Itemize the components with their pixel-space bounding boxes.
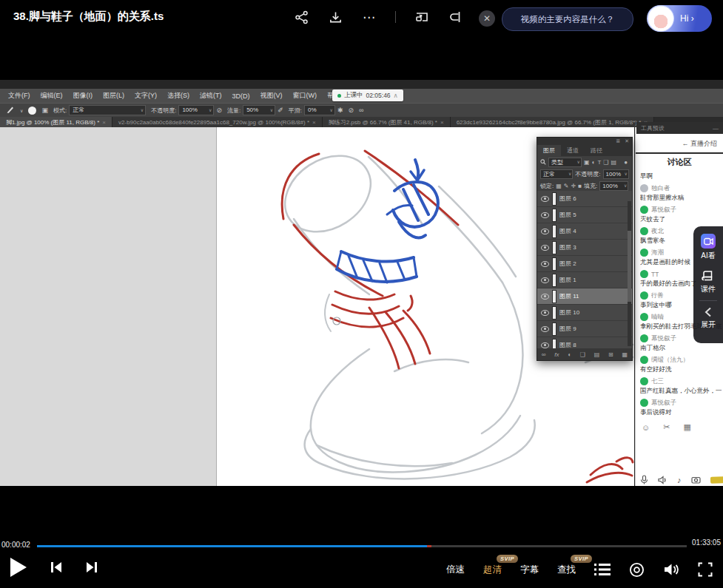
camera-icon[interactable] xyxy=(691,476,701,484)
ps-menu-item[interactable]: 3D(D) xyxy=(227,92,255,100)
tab-discussion[interactable]: 讨论区 xyxy=(636,157,723,168)
layer-visibility-icon[interactable] xyxy=(541,326,549,332)
layer-row[interactable]: 图层 4 xyxy=(537,223,632,240)
ps-menu-item[interactable]: 编辑(E) xyxy=(36,91,68,101)
filter-type-icon[interactable]: T xyxy=(597,159,601,166)
flow-select[interactable]: 50% xyxy=(243,105,275,115)
doc-tab-close-icon[interactable]: × xyxy=(312,119,316,126)
screen-record-icon[interactable] xyxy=(629,562,645,578)
layer-visibility-icon[interactable] xyxy=(541,294,549,300)
pressure-opacity-icon[interactable]: ⊘ xyxy=(216,107,222,114)
layer-row[interactable]: 图层 9 xyxy=(537,321,632,337)
tool-preset-caret-icon[interactable]: ∨ xyxy=(20,108,23,113)
layer-visibility-icon[interactable] xyxy=(541,212,549,218)
mirror-cast-icon[interactable] xyxy=(448,9,464,25)
ps-document-tab[interactable]: v2-b90c2aa0ab0c68de840fe22895aa1c68_720w… xyxy=(112,117,323,127)
filter-shape-icon[interactable]: ❑ xyxy=(603,159,608,166)
layer-row[interactable]: 图层 1 xyxy=(537,272,632,288)
ai-watch-icon[interactable] xyxy=(701,234,716,249)
symmetry-icon[interactable]: ∞ xyxy=(359,107,363,114)
doc-tab-close-icon[interactable]: × xyxy=(102,119,106,126)
mic-icon[interactable] xyxy=(640,475,648,484)
playlist-icon[interactable] xyxy=(594,563,611,576)
delete-layer-icon[interactable]: ▦ xyxy=(622,351,628,358)
speed-button[interactable]: 倍速 xyxy=(446,564,465,576)
lock-move-icon[interactable]: ✛ xyxy=(571,183,576,189)
ps-menu-item[interactable]: 窗口(W) xyxy=(288,91,323,101)
ai-question-pill[interactable]: 视频的主要内容是什么？ xyxy=(502,7,633,31)
expand-chevron-icon[interactable] xyxy=(704,307,712,317)
lock-paint-icon[interactable]: ✎ xyxy=(564,183,569,189)
picture-in-picture-icon[interactable] xyxy=(414,9,430,25)
brush-preview-icon[interactable] xyxy=(28,107,36,115)
layer-visibility-icon[interactable] xyxy=(541,261,549,267)
airbrush-icon[interactable]: ✐ xyxy=(278,107,283,114)
live-intro-link[interactable]: ← 直播介绍 xyxy=(682,139,717,149)
next-button[interactable] xyxy=(84,560,99,575)
blend-mode-select[interactable]: 正常 xyxy=(540,169,573,179)
lock-all-icon[interactable]: ■ xyxy=(578,183,582,189)
ps-menu-item[interactable]: 图像(I) xyxy=(68,91,98,101)
layers-panel-tab[interactable]: 通道 xyxy=(561,145,585,156)
layer-style-icon[interactable]: fx xyxy=(554,351,559,358)
progress-bar[interactable] xyxy=(37,545,687,547)
toggle-panel-icon[interactable]: ▣ xyxy=(41,107,48,114)
ps-menu-item[interactable]: 滤镜(T) xyxy=(195,91,227,101)
assistant-pill[interactable]: Hi › xyxy=(647,5,712,32)
link-layers-icon[interactable]: ∞ xyxy=(542,351,546,358)
layer-visibility-icon[interactable] xyxy=(541,196,549,202)
minimize-icon[interactable]: — xyxy=(713,125,719,132)
layer-row[interactable]: 图层 10 xyxy=(537,305,632,321)
mode-select[interactable]: 正常 xyxy=(69,105,146,115)
layer-row[interactable]: 图层 2 xyxy=(537,256,632,272)
class-status-badge[interactable]: 上课中 02:05:46 ∧ xyxy=(332,89,403,101)
subtitles-button[interactable]: 字幕 xyxy=(520,564,539,576)
smoothing-options-icon[interactable]: ✱ xyxy=(337,107,343,114)
speaker-icon[interactable] xyxy=(658,476,667,484)
layer-visibility-icon[interactable] xyxy=(541,229,549,234)
brush-tool-icon[interactable] xyxy=(6,105,15,115)
lock-transparent-icon[interactable]: ▦ xyxy=(556,183,562,189)
more-icon[interactable]: ⋯ xyxy=(361,9,377,25)
layer-visibility-icon[interactable] xyxy=(541,245,549,251)
fullscreen-icon[interactable] xyxy=(698,562,713,577)
layers-scrollbar[interactable] xyxy=(628,201,631,346)
ps-menu-item[interactable]: 图层(L) xyxy=(98,91,130,101)
layer-mask-icon[interactable]: ◐ xyxy=(568,351,571,358)
ps-menu-item[interactable]: 选择(S) xyxy=(162,91,195,101)
download-icon[interactable] xyxy=(327,9,343,25)
layer-visibility-icon[interactable] xyxy=(541,310,549,316)
filter-pixel-icon[interactable]: ▣ xyxy=(584,159,590,166)
chat-toolbar-icon[interactable]: ✂ xyxy=(663,422,670,432)
layer-row[interactable]: 图层 11 xyxy=(537,288,632,305)
layer-row[interactable]: 图层 3 xyxy=(537,240,632,256)
layer-opacity-select[interactable]: 100% xyxy=(603,169,629,179)
ai-watch-label[interactable]: AI看 xyxy=(701,251,715,261)
layer-row[interactable]: 图层 6 xyxy=(537,191,632,207)
filter-kind-select[interactable]: 类型 xyxy=(548,158,582,167)
adjustment-layer-icon[interactable]: ❑ xyxy=(580,351,585,358)
new-layer-icon[interactable]: ⊞ xyxy=(608,351,613,358)
opacity-select[interactable]: 100% xyxy=(178,105,214,115)
layer-visibility-icon[interactable] xyxy=(541,342,549,348)
expand-label[interactable]: 展开 xyxy=(701,320,716,330)
ps-document-tab[interactable]: 脚练习2.psb @ 66.7% (图层 41, RGB/8) * × xyxy=(323,117,451,127)
ps-menu-item[interactable]: 视图(V) xyxy=(255,91,288,101)
layers-panel-tab[interactable]: 图层 xyxy=(537,145,561,156)
panel-menu-icon[interactable]: ≣ xyxy=(616,138,620,144)
pressure-size-icon[interactable]: ⊘ xyxy=(349,107,354,114)
courseware-icon[interactable] xyxy=(702,270,715,282)
ps-menu-item[interactable]: 文字(Y) xyxy=(130,91,162,101)
filter-smartobject-icon[interactable]: ▤ xyxy=(611,159,616,166)
layers-panel-tab[interactable]: 路径 xyxy=(585,145,608,156)
ps-menu-item[interactable]: 文件(F) xyxy=(3,91,36,101)
courseware-label[interactable]: 课件 xyxy=(701,284,716,294)
filter-toggle-icon[interactable]: ● xyxy=(624,159,628,166)
layer-group-icon[interactable]: ▤ xyxy=(594,351,600,358)
music-icon[interactable]: ♪ xyxy=(677,476,682,484)
video-frame[interactable]: 文件(F)编辑(E)图像(I)图层(L)文字(Y)选择(S)滤镜(T)3D(D)… xyxy=(0,80,723,486)
fill-select[interactable]: 100% xyxy=(599,181,628,191)
play-button[interactable] xyxy=(9,556,28,578)
find-button[interactable]: 查找 xyxy=(557,564,576,575)
chat-toolbar-icon[interactable]: ▦ xyxy=(683,422,690,432)
